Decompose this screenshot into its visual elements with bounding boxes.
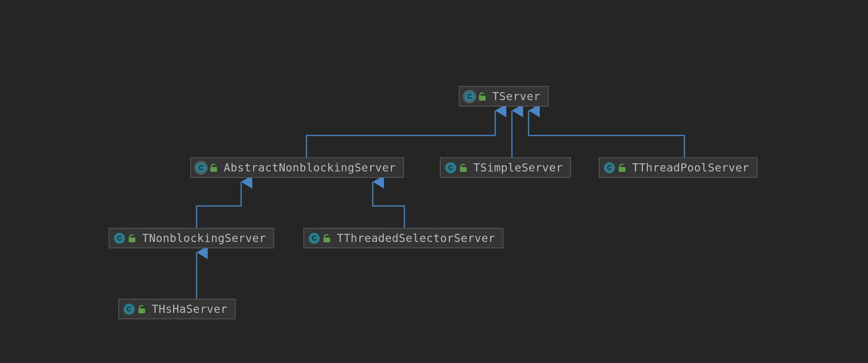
- class-hierarchy-diagram: C TServer C AbstractNonblockingServer C …: [0, 0, 868, 363]
- unlock-icon: [479, 92, 486, 101]
- class-node-tthreadedselectorserver[interactable]: C TThreadedSelectorServer: [303, 228, 503, 248]
- class-label: TNonblockingServer: [142, 232, 266, 245]
- class-icon: C: [464, 91, 475, 102]
- class-node-tsimpleserver[interactable]: C TSimpleServer: [440, 157, 571, 178]
- class-label: TSimpleServer: [473, 161, 563, 174]
- class-node-thshaserver[interactable]: C THsHaServer: [118, 299, 236, 319]
- class-node-tnonblockingserver[interactable]: C TNonblockingServer: [109, 228, 274, 248]
- unlock-icon: [138, 305, 145, 313]
- unlock-icon: [460, 164, 467, 172]
- class-label: TServer: [492, 90, 540, 103]
- class-icon: C: [124, 304, 135, 315]
- class-node-abstractnonblockingserver[interactable]: C AbstractNonblockingServer: [190, 157, 404, 178]
- class-icon: C: [195, 162, 207, 173]
- class-icon: C: [445, 162, 456, 173]
- class-label: THsHaServer: [152, 302, 227, 315]
- unlock-icon: [210, 164, 217, 172]
- unlock-icon: [619, 164, 625, 172]
- class-node-tserver[interactable]: C TServer: [459, 86, 549, 107]
- unlock-icon: [129, 234, 135, 242]
- class-label: TThreadPoolServer: [632, 161, 749, 174]
- class-label: AbstractNonblockingServer: [224, 161, 396, 174]
- class-label: TThreadedSelectorServer: [337, 232, 495, 245]
- class-node-tthreadpoolserver[interactable]: C TThreadPoolServer: [599, 157, 757, 178]
- class-icon: C: [114, 233, 125, 244]
- unlock-icon: [323, 234, 330, 242]
- class-icon: C: [309, 233, 320, 244]
- class-icon: C: [604, 162, 615, 173]
